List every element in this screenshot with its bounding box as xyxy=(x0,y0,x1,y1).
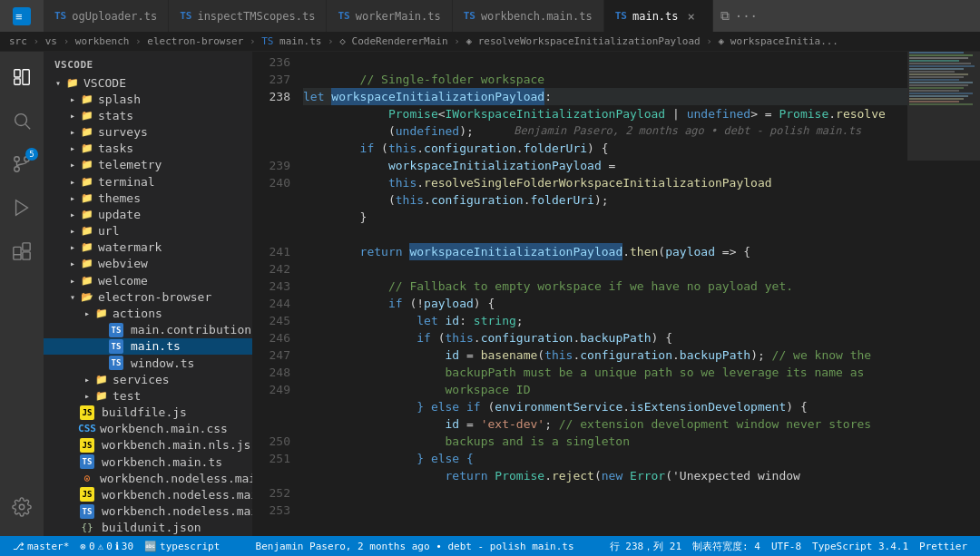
prop-config4: configuration xyxy=(580,346,672,364)
status-branch[interactable]: ⎇ master* xyxy=(7,541,74,552)
tree-item-splash[interactable]: ▸ 📁 splash xyxy=(44,91,252,107)
cursor-label: 行 238，列 21 xyxy=(610,540,681,553)
tree-item-update[interactable]: ▸ 📁 update xyxy=(44,206,252,222)
split-editor-icon[interactable]: ⧉ xyxy=(720,8,730,24)
tree-item-main-contribution[interactable]: TS main.contribution.ts xyxy=(44,322,252,338)
op: ('Unexpected window xyxy=(665,467,800,484)
op: ( xyxy=(303,191,396,209)
tree-item-stats[interactable]: ▸ 📁 stats xyxy=(44,107,252,123)
tab-workbenchMain[interactable]: TS workbench.main.ts xyxy=(453,0,604,32)
tree-label: VSCODE xyxy=(83,76,126,90)
tree-item-welcome[interactable]: ▸ 📁 welcome xyxy=(44,272,252,288)
status-ts-version[interactable]: TypeScript 3.4.1 xyxy=(807,541,914,552)
tree-item-vscode[interactable]: ▾ 📁 VSCODE xyxy=(44,74,252,91)
comment-245: // Fallback to empty workspace if we hav… xyxy=(303,278,793,295)
tree-label: splash xyxy=(98,93,141,106)
ln-236: 236 xyxy=(252,54,290,71)
tree-item-url[interactable]: ▸ 📁 url xyxy=(44,223,252,239)
folder-icon: 📁 xyxy=(80,207,94,221)
activity-search[interactable] xyxy=(0,99,44,142)
tree-item-workbench-ts[interactable]: TS workbench.main.ts xyxy=(44,454,252,470)
tree-item-webview[interactable]: ▸ 📁 webview xyxy=(44,256,252,272)
var-envsvc: environmentService xyxy=(495,398,622,415)
type-promise2: Promise xyxy=(779,105,828,122)
tree-item-workbench-nls[interactable]: JS workbench.main.nls.js xyxy=(44,437,252,454)
activity-settings-icon[interactable] xyxy=(0,485,44,529)
ts-file-icon-active: TS xyxy=(109,339,123,354)
tab-workerMain[interactable]: TS workerMain.ts xyxy=(327,0,452,32)
kw-let2: let xyxy=(303,312,446,329)
code-line-240-cont2: (this.configuration.folderUri); xyxy=(303,191,907,209)
func-resolve: resolve xyxy=(836,105,886,122)
tab-inspectTMScopes[interactable]: TS inspectTMScopes.ts xyxy=(169,0,327,32)
tab-close-icon[interactable]: × xyxy=(688,10,695,23)
svg-marker-11 xyxy=(16,200,28,216)
svg-rect-38 xyxy=(907,52,980,161)
tree-item-services[interactable]: ▸ 📁 services xyxy=(44,371,252,387)
tree-arrow: ▸ xyxy=(65,111,80,121)
activity-explorer[interactable] xyxy=(0,55,44,99)
status-prettier[interactable]: Prettier xyxy=(914,541,973,552)
code-line-240-cont1: this.resolveSingleFolderWorkspaceInitial… xyxy=(303,174,907,191)
tree-item-surveys[interactable]: ▸ 📁 surveys xyxy=(44,124,252,141)
branch-icon: ⎇ xyxy=(13,541,24,552)
status-encoding[interactable]: UTF-8 xyxy=(766,541,807,552)
tree-item-buildunit[interactable]: {} buildunit.json xyxy=(44,520,252,536)
code-line-253: return Promise.reject(new Error('Unexpec… xyxy=(303,467,907,484)
activity-extensions[interactable] xyxy=(0,229,44,273)
tree-item-telemetry[interactable]: ▸ 📁 telemetry xyxy=(44,157,252,173)
status-tabsize[interactable]: 制表符宽度: 4 xyxy=(687,540,766,553)
status-language-mode[interactable]: 🔤 typescript xyxy=(139,541,225,552)
comment-249a: backupPath must be a unique path so we l… xyxy=(303,364,864,381)
tree-item-main[interactable]: TS main.ts xyxy=(44,338,252,355)
op: . xyxy=(672,346,680,364)
author-label: Benjamin Pasero, 2 months ago • debt - p… xyxy=(256,541,574,552)
kw-if2: if xyxy=(303,295,409,312)
tree-item-actions[interactable]: ▸ 📁 actions xyxy=(44,305,252,321)
folder-open-icon: 📂 xyxy=(80,289,94,304)
ln-244: 244 xyxy=(252,295,290,312)
tab-main[interactable]: TS main.ts × xyxy=(604,0,713,32)
more-actions-icon[interactable]: ··· xyxy=(735,9,758,24)
op: (! xyxy=(409,295,424,312)
status-errors[interactable]: ⊗ 0 ⚠ 0 ℹ 30 xyxy=(74,541,139,552)
status-cursor[interactable]: 行 238，列 21 xyxy=(604,540,687,553)
folder-icon: 📁 xyxy=(80,174,94,189)
code-line-249-conta: backupPath must be a unique path so we l… xyxy=(303,364,907,381)
tree-arrow: ▸ xyxy=(65,210,80,219)
sidebar-title: VSCODE xyxy=(44,52,252,74)
ts-icon-active: TS xyxy=(615,10,627,22)
svg-point-5 xyxy=(15,114,27,126)
tree-item-themes[interactable]: ▸ 📁 themes xyxy=(44,190,252,206)
tree-item-window[interactable]: TS window.ts xyxy=(44,355,252,371)
prop-folderuri2: folderUri xyxy=(530,191,593,209)
editor[interactable]: 236 237 238 239 240 241 242 243 244 245 xyxy=(252,52,980,536)
tree-item-test[interactable]: ▸ 📁 test xyxy=(44,387,252,404)
tab-logUploader[interactable]: TS ogUploader.ts xyxy=(44,0,169,32)
code-area[interactable]: // Single-folder workspace let workspace… xyxy=(298,52,907,536)
code-line-238-cont1: Promise<IWorkspaceInitializationPayload … xyxy=(303,105,907,122)
ln-249c xyxy=(252,415,290,433)
activity-settings[interactable] xyxy=(0,485,44,529)
tree-item-watermark[interactable]: ▸ 📁 watermark xyxy=(44,239,252,256)
kw-let: let xyxy=(303,88,331,105)
tree-item-tasks[interactable]: ▸ 📁 tasks xyxy=(44,141,252,157)
tree-item-nodeless1[interactable]: ⊙ workbench.nodeless.main... xyxy=(44,470,252,486)
code-line-248: if (this.configuration.backupPath) { xyxy=(303,329,907,346)
folder-icon: 📁 xyxy=(80,125,94,140)
code-line-251: id = 'ext-dev'; // extension development… xyxy=(303,415,907,433)
tree-item-nodeless3[interactable]: TS workbench.nodeless.main.ts xyxy=(44,502,252,519)
tree-item-buildfile[interactable]: JS buildfile.js xyxy=(44,404,252,420)
var-id: id xyxy=(446,312,460,329)
tree-item-electron-browser[interactable]: ▾ 📂 electron-browser xyxy=(44,288,252,305)
prop-folderuri: folderUri xyxy=(524,140,587,157)
tree-item-nodeless2[interactable]: JS workbench.nodeless.main... xyxy=(44,486,252,502)
svg-line-6 xyxy=(25,124,30,129)
tree-item-terminal[interactable]: ▸ 📁 terminal xyxy=(44,173,252,190)
activity-run[interactable] xyxy=(0,186,44,229)
ln-240c xyxy=(252,209,290,226)
activity-scm[interactable]: 5 xyxy=(0,142,44,186)
tree-item-workbench-css[interactable]: CSS workbench.main.css xyxy=(44,421,252,437)
folder-icon: 📁 xyxy=(80,92,94,106)
status-author[interactable]: Benjamin Pasero, 2 months ago • debt - p… xyxy=(250,541,580,552)
